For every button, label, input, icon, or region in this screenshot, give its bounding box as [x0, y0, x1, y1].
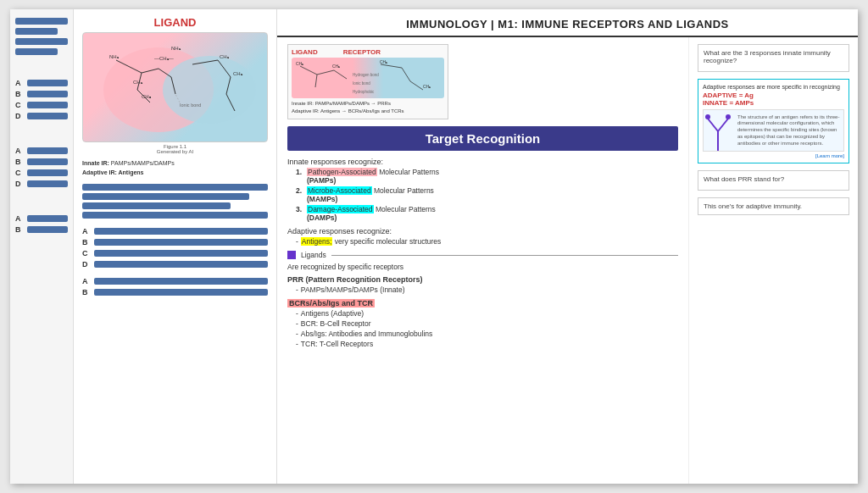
innate-adaptive-text: Innate IR: PAMPs/MAMPs/DAMPs Adaptive IR…	[82, 159, 268, 177]
adaptive-ag-line: ADAPTIVE = Ag	[703, 91, 844, 99]
sidebar-label-group-3: A B	[15, 214, 68, 236]
mid-label-a: A	[82, 227, 91, 235]
innate-section: Innate responses recognize: 1. Pathogen-…	[287, 158, 678, 222]
lr-bottom-text: Innate IR: PAMPs/MAMPs/DAMPs → PRRs Adap…	[292, 100, 444, 115]
adaptive-list: Antigens; very specific molecular struct…	[287, 237, 678, 246]
mid-bar-c	[94, 250, 268, 257]
ligand-diagram: NH₂ —CH₂— NH₂ CH₂ CH₃ CH₂ CH₂ Ionic bond	[82, 32, 268, 142]
innate-amps-line: INNATE = AMPs	[703, 99, 844, 107]
svg-line-24	[334, 70, 347, 79]
adaptive-card-title: Adaptive responses are more specific in …	[703, 84, 844, 90]
label-a: A	[15, 79, 24, 87]
bcr-item-4: TCR: T-Cell Receptors	[296, 340, 678, 348]
svg-line-29	[410, 81, 423, 90]
bar-b2	[27, 158, 68, 165]
ligand-title: LIGAND	[82, 16, 268, 29]
svg-text:NH₂: NH₂	[171, 46, 181, 51]
label-d2: D	[15, 180, 24, 188]
label-b2: B	[15, 158, 24, 166]
svg-text:Hydrophobic: Hydrophobic	[353, 90, 375, 94]
innate-item-3-text: Damage-Associated Molecular Patterns(DAM…	[307, 205, 436, 222]
sidebar-item-b2: B	[15, 158, 68, 166]
prr-item-1-text: PAMPs/MAMPs/DAMPs (Innate)	[301, 285, 405, 294]
lr-diagram-box: LIGAND RECEPTOR CH₂ CH₂	[287, 44, 448, 119]
svg-line-36	[708, 119, 718, 131]
svg-text:Ionic bond: Ionic bond	[180, 102, 201, 108]
mid-label-b: B	[82, 238, 91, 246]
sidebar-item-b3: B	[15, 225, 68, 234]
svg-line-27	[381, 64, 402, 68]
main-content: LIGAND RECEPTOR CH₂ CH₂	[277, 37, 688, 484]
lr-receptor-label: RECEPTOR	[343, 48, 381, 56]
lr-innate-text: Innate IR: PAMPs/MAMPs/DAMPs → PRRs	[292, 101, 391, 106]
bcr-title-highlight: BCRs/Abs/Igs and TCR	[287, 299, 375, 307]
stacked-lines-middle	[82, 184, 268, 219]
ligands-bar: Ligands	[287, 251, 678, 259]
stack-line-4	[82, 212, 268, 219]
sidebar-item-a3: A	[15, 214, 68, 223]
svg-text:Ionic bond: Ionic bond	[353, 81, 370, 86]
innate-item-2-text: Microbe-Associated Molecular Patterns(MA…	[307, 186, 434, 203]
antigen-highlight: Antigens;	[301, 237, 332, 246]
mid-item-b: B	[82, 238, 268, 246]
lr-diagram-strip: LIGAND RECEPTOR CH₂ CH₂	[287, 44, 678, 119]
mid-bar-b	[94, 239, 268, 246]
sidebar-item-a2: A	[15, 147, 68, 155]
qa-box-1: What are the 3 responses innate immunity…	[698, 44, 849, 72]
ligands-square	[287, 251, 296, 259]
sidebar-bar-2	[15, 28, 58, 35]
main-container: A B C D A B	[10, 9, 858, 484]
mid-item-a2: A	[82, 277, 268, 285]
svg-text:CH₂: CH₂	[380, 59, 387, 64]
sidebar-bar-1	[15, 18, 68, 25]
innate-num-2: 2.	[296, 186, 304, 203]
bcr-title: BCRs/Abs/Igs and TCR	[287, 299, 678, 307]
svg-text:—CH₂—: —CH₂—	[154, 56, 174, 61]
ligands-sub: Are recognized by specific receptors	[287, 263, 678, 271]
innate-item-2: 2. Microbe-Associated Molecular Patterns…	[296, 186, 678, 203]
label-a2: A	[15, 147, 24, 155]
right-sidebar: What are the 3 responses innate immunity…	[688, 37, 858, 484]
stack-line-3	[82, 202, 231, 209]
mamp-highlight: Microbe-Associated	[307, 186, 372, 195]
bar-d2	[27, 180, 68, 187]
mid-label-group-abcd: A B C D	[82, 227, 268, 269]
innate-ir-label: Innate IR:	[82, 160, 109, 166]
mid-bar-d	[94, 261, 268, 268]
qa-question-1: What are the 3 responses innate immunity…	[704, 49, 843, 64]
bcr-item-3: Abs/Igs: Antibodies and Immunoglobulins	[296, 330, 678, 338]
mid-label-b2: B	[82, 288, 91, 296]
sidebar-label-group-2: A B C D	[15, 147, 68, 191]
ligands-line	[331, 255, 678, 256]
mid-item-b2: B	[82, 288, 268, 296]
label-c: C	[15, 101, 24, 109]
svg-text:CH₂: CH₂	[332, 64, 340, 69]
svg-point-1	[163, 56, 256, 124]
mid-label-group-ab: A B	[82, 277, 268, 296]
learn-more[interactable]: [Learn more]	[703, 153, 844, 158]
svg-text:NH₂: NH₂	[109, 54, 120, 59]
mid-label-c: C	[82, 249, 91, 258]
svg-text:Hydrogen bond: Hydrogen bond	[353, 73, 379, 77]
answer-box-1: This one's for adaptive immunity.	[698, 197, 849, 215]
prr-item-1: PAMPs/MAMPs/DAMPs (Innate)	[296, 285, 678, 294]
mid-item-c: C	[82, 249, 268, 258]
innate-intro: Innate responses recognize:	[287, 158, 678, 166]
sidebar-bar-3	[15, 38, 68, 45]
bar-a2	[27, 147, 68, 154]
adaptive-intro: Adaptive responses recognize:	[287, 227, 678, 235]
adaptive-diagram: The structure of an antigen refers to it…	[703, 109, 844, 152]
sidebar-item-d2: D	[15, 180, 68, 188]
innate-item-1: 1. Pathogen-Associated Molecular Pattern…	[296, 168, 678, 185]
figure-caption: Figure 1.1Generated by AI	[82, 144, 268, 154]
sidebar-item-d1: D	[15, 112, 68, 120]
pamp-highlight: Pathogen-Associated	[307, 168, 377, 176]
innate-item-1-text: Pathogen-Associated Molecular Patterns(P…	[307, 168, 439, 185]
qa-question-2: What does PRR stand for?	[704, 175, 843, 183]
lr-labels: LIGAND RECEPTOR	[292, 48, 444, 56]
svg-line-28	[402, 68, 410, 81]
svg-text:CH₂: CH₂	[220, 54, 230, 59]
sidebar-item-c1: C	[15, 101, 68, 109]
svg-text:CH₂: CH₂	[423, 84, 431, 89]
svg-text:CH₂: CH₂	[133, 80, 143, 85]
